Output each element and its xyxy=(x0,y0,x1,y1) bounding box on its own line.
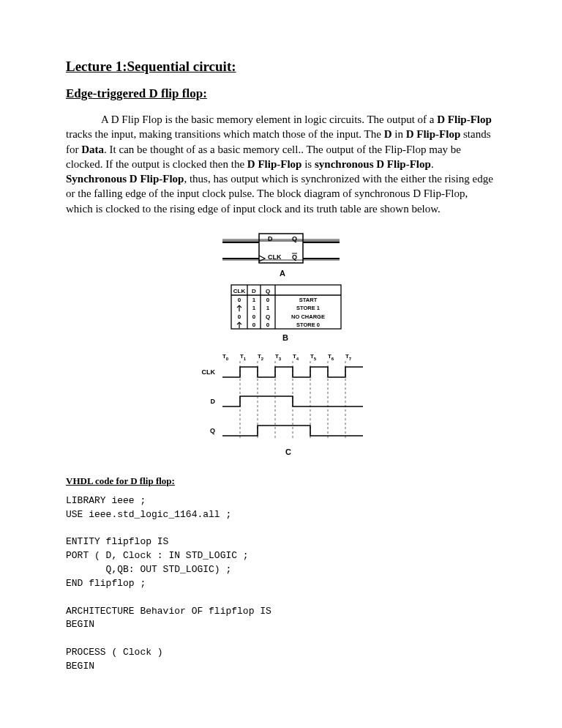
vhdl-code-block: LIBRARY ieee ; USE ieee.std_logic_1164.a… xyxy=(66,494,496,674)
svg-text:T5: T5 xyxy=(310,353,317,361)
svg-text:1: 1 xyxy=(252,305,256,311)
svg-text:T0: T0 xyxy=(222,353,229,361)
text-run: . xyxy=(431,158,434,170)
sig-d: D xyxy=(211,398,216,405)
svg-text:0: 0 xyxy=(252,322,256,328)
th-clk: CLK xyxy=(233,288,246,294)
svg-text:0: 0 xyxy=(266,296,270,302)
svg-text:T2: T2 xyxy=(258,353,264,361)
label-a: A xyxy=(280,269,285,278)
svg-text:T3: T3 xyxy=(275,353,282,361)
block-symbol: D Q CLK Q A xyxy=(222,234,340,278)
text-run: D xyxy=(384,128,392,140)
svg-text:0: 0 xyxy=(266,322,270,328)
svg-text:T6: T6 xyxy=(328,353,334,361)
lecture-title: Lecture 1:Sequential circuit: xyxy=(66,59,496,75)
svg-text:NO CHARGE: NO CHARGE xyxy=(291,313,325,319)
text-run: A D Flip Flop is the basic memory elemen… xyxy=(101,114,437,125)
dff-figure: D Q CLK Q A CLK D Q xyxy=(186,228,376,462)
pin-q-label: Q xyxy=(292,235,297,242)
svg-text:T1: T1 xyxy=(240,353,247,361)
svg-text:0: 0 xyxy=(238,296,241,302)
svg-text:T4: T4 xyxy=(293,353,299,361)
svg-text:START: START xyxy=(299,296,318,302)
timing-diagram: CLK D Q C T0T1T2T3T4T5T6T7 xyxy=(202,353,364,456)
svg-text:STORE 1: STORE 1 xyxy=(296,305,320,311)
text-run: in xyxy=(392,128,406,140)
sig-clk: CLK xyxy=(202,368,216,376)
th-d: D xyxy=(252,288,256,294)
svg-text:1: 1 xyxy=(252,296,256,302)
pin-clk-label: CLK xyxy=(268,253,282,261)
text-run: D Flip-Flop xyxy=(437,114,492,125)
text-run: D Flip-Flop xyxy=(406,128,461,140)
text-run: tracks the input, making transitions whi… xyxy=(66,128,384,140)
th-q: Q xyxy=(266,288,270,294)
svg-text:T7: T7 xyxy=(345,353,352,361)
pin-qbar-label: Q xyxy=(292,253,297,261)
label-c: C xyxy=(285,447,291,456)
truth-table: CLK D Q B 010START11STORE 100QNO CHARGE0… xyxy=(231,285,341,342)
body-paragraph: A D Flip Flop is the basic memory elemen… xyxy=(66,112,496,216)
section-title: Edge-triggered D flip flop: xyxy=(66,86,496,101)
document-page: Lecture 1:Sequential circuit: Edge-trigg… xyxy=(0,0,562,703)
text-run: is xyxy=(301,158,315,170)
svg-text:0: 0 xyxy=(252,313,256,319)
svg-text:STORE 0: STORE 0 xyxy=(296,322,320,328)
text-run: synchronous D Flip-Flop xyxy=(315,158,431,170)
figure-container: D Q CLK Q A CLK D Q xyxy=(66,228,496,462)
sig-q: Q xyxy=(210,427,215,434)
text-run: Synchronous D Flip-Flop xyxy=(66,173,184,185)
vhdl-heading: VHDL code for D flip flop: xyxy=(66,475,496,487)
svg-text:0: 0 xyxy=(238,313,241,319)
text-run: D Flip-Flop xyxy=(247,158,302,170)
label-b: B xyxy=(282,333,288,342)
pin-d-label: D xyxy=(268,235,273,242)
svg-text:1: 1 xyxy=(266,305,270,311)
svg-text:Q: Q xyxy=(266,313,270,319)
text-run: Data xyxy=(81,144,104,155)
